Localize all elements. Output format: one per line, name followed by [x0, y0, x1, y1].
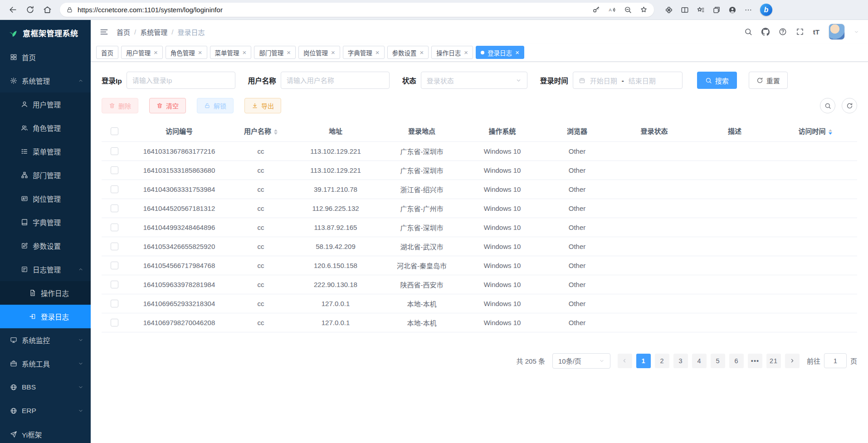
row-checkbox[interactable] [111, 281, 118, 288]
show-search-icon[interactable] [820, 98, 835, 113]
row-checkbox[interactable] [111, 300, 118, 307]
sidebar-item-role-mgmt[interactable]: 角色管理 [0, 116, 91, 140]
close-tab-icon[interactable]: × [375, 49, 380, 56]
next-page-button[interactable] [785, 354, 800, 368]
export-button[interactable]: 导出 [244, 98, 281, 113]
sidebar-item-op-log[interactable]: 操作日志 [0, 281, 91, 305]
sidebar-item-yi-framework[interactable]: Yi框架 [0, 423, 91, 443]
split-screen-icon[interactable] [681, 6, 689, 14]
sidebar-item-log-mgmt[interactable]: 日志管理 [0, 258, 91, 281]
unlock-button[interactable]: 解锁 [197, 98, 234, 113]
login-ip-input[interactable] [127, 72, 235, 89]
login-time-range-picker[interactable]: 开始日期 - 结束日期 [573, 72, 683, 89]
bing-icon[interactable]: b [760, 4, 772, 16]
row-checkbox[interactable] [111, 224, 118, 231]
refresh-table-icon[interactable] [842, 98, 857, 113]
tab-home[interactable]: 首页 [96, 46, 118, 59]
browser-menu-icon[interactable] [744, 6, 752, 14]
avatar-caret-icon[interactable] [854, 29, 859, 34]
column-header-1[interactable]: 用户名称 [231, 121, 290, 141]
font-size-icon[interactable]: tT [813, 28, 819, 36]
tab-dict-mgmt[interactable]: 字典管理× [343, 46, 385, 59]
close-tab-icon[interactable]: × [515, 49, 519, 56]
browser-refresh-icon[interactable] [23, 3, 37, 17]
status-select[interactable]: 登录状态 [421, 72, 527, 89]
row-checkbox[interactable] [111, 319, 118, 326]
column-header-8[interactable]: 访问时间 [773, 121, 857, 141]
collapse-sidebar-icon[interactable] [100, 28, 108, 36]
fullscreen-icon[interactable] [796, 28, 804, 36]
user-name-input[interactable] [281, 72, 390, 89]
close-tab-icon[interactable]: × [198, 49, 202, 56]
tab-user-mgmt[interactable]: 用户管理× [121, 46, 163, 59]
close-tab-icon[interactable]: × [331, 49, 335, 56]
row-checkbox[interactable] [111, 204, 118, 212]
sidebar-item-dict-mgmt[interactable]: 字典管理 [0, 210, 91, 234]
github-icon[interactable] [761, 28, 770, 36]
reset-button[interactable]: 重置 [749, 72, 788, 89]
select-all-checkbox[interactable] [111, 127, 118, 135]
read-aloud-icon[interactable]: A [608, 6, 616, 14]
row-checkbox[interactable] [111, 166, 118, 174]
tab-dept-mgmt[interactable]: 部门管理× [254, 46, 296, 59]
page-button-3[interactable]: 3 [673, 354, 688, 368]
help-icon[interactable] [779, 28, 787, 36]
page-size-select[interactable]: 10条/页 [552, 353, 610, 369]
page-button-last[interactable]: 21 [766, 354, 781, 368]
sidebar-item-menu-mgmt[interactable]: 菜单管理 [0, 140, 91, 163]
sidebar-item-system-mgmt[interactable]: 系统管理 [0, 69, 91, 92]
browser-home-icon[interactable] [40, 3, 54, 17]
add-favorite-icon[interactable] [640, 6, 648, 14]
browser-profile-icon[interactable] [728, 6, 736, 14]
page-button-1[interactable]: 1 [636, 354, 651, 368]
sidebar-item-dept-mgmt[interactable]: 部门管理 [0, 163, 91, 187]
sidebar-item-param-settings[interactable]: 参数设置 [0, 234, 91, 258]
sidebar-item-user-mgmt[interactable]: 用户管理 [0, 92, 91, 116]
clear-button[interactable]: 清空 [149, 98, 186, 113]
prev-page-button[interactable] [618, 354, 632, 368]
close-tab-icon[interactable]: × [154, 49, 158, 56]
app-logo[interactable]: 意框架管理系统 [0, 20, 91, 45]
address-bar[interactable]: https://ccnetcore.com:1101/system/log/lo… [60, 3, 654, 17]
site-info-icon[interactable] [66, 6, 73, 13]
sidebar-item-login-log[interactable]: 登录日志 [0, 305, 91, 328]
sidebar-item-system-monitor[interactable]: 系统监控 [0, 328, 91, 352]
row-checkbox[interactable] [111, 147, 118, 155]
collections-icon[interactable] [712, 6, 721, 14]
page-button-2[interactable]: 2 [655, 354, 669, 368]
close-tab-icon[interactable]: × [464, 49, 468, 56]
row-checkbox[interactable] [111, 243, 118, 250]
header-search-icon[interactable] [744, 28, 752, 36]
zoom-out-icon[interactable] [624, 6, 632, 14]
tab-menu-mgmt[interactable]: 菜单管理× [210, 46, 252, 59]
search-button[interactable]: 搜索 [697, 72, 737, 89]
sidebar-item-system-tools[interactable]: 系统工具 [0, 352, 91, 375]
sidebar-item-erp[interactable]: ERP [0, 399, 91, 423]
page-button-6[interactable]: 6 [729, 354, 744, 368]
sidebar-item-home[interactable]: 首页 [0, 45, 91, 69]
close-tab-icon[interactable]: × [420, 49, 424, 56]
tab-role-mgmt[interactable]: 角色管理× [166, 46, 207, 59]
row-checkbox[interactable] [111, 185, 118, 193]
breadcrumb-item[interactable]: 系统管理 [140, 27, 167, 37]
sidebar-item-post-mgmt[interactable]: 岗位管理 [0, 187, 91, 210]
page-button-4[interactable]: 4 [692, 354, 707, 368]
tab-login-log[interactable]: 登录日志× [476, 46, 524, 59]
sort-icon[interactable] [274, 129, 278, 135]
favorites-icon[interactable] [697, 6, 705, 14]
page-jump-input[interactable] [824, 353, 847, 368]
delete-button[interactable]: 删除 [102, 98, 138, 113]
sidebar-item-bbs[interactable]: BBS [0, 375, 91, 399]
sort-icon[interactable] [829, 129, 832, 135]
page-button-5[interactable]: 5 [711, 354, 725, 368]
tab-post-mgmt[interactable]: 岗位管理× [298, 46, 340, 59]
password-icon[interactable] [592, 6, 600, 14]
close-tab-icon[interactable]: × [243, 49, 247, 56]
browser-essentials-icon[interactable] [665, 6, 673, 14]
more-pages-button[interactable]: ••• [748, 354, 762, 368]
user-avatar[interactable] [829, 24, 845, 40]
tab-op-log[interactable]: 操作日志× [431, 46, 473, 59]
browser-back-icon[interactable] [5, 3, 20, 17]
breadcrumb-item[interactable]: 首页 [117, 27, 130, 37]
tab-param-settings[interactable]: 参数设置× [387, 46, 429, 59]
